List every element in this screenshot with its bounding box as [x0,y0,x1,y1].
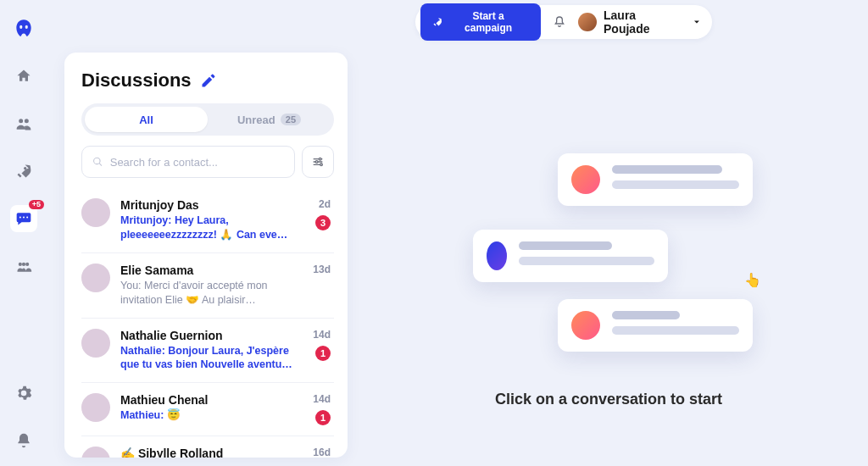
tab-unread[interactable]: Unread 25 [208,107,331,132]
svg-point-1 [315,161,318,164]
message-preview: Mritunjoy: Hey Laura, pleeeeeeezzzzzzzz!… [120,214,305,242]
svg-point-2 [320,164,323,166]
filter-button[interactable] [302,146,334,178]
timestamp: 14d [313,329,331,341]
tab-all-label: All [139,114,153,126]
timestamp: 16d [313,447,331,458]
illus-bubble [558,299,753,352]
contact-name: Mathieu Chenal [120,393,303,407]
message-preview: Nathalie: Bonjour Laura, J'espère que tu… [120,344,303,373]
rocket-icon[interactable] [10,158,37,185]
avatar [81,447,110,458]
notifications-icon[interactable] [10,427,37,454]
tab-all[interactable]: All [85,107,208,132]
contact-name: Elie Samama [120,264,303,277]
timestamp: 13d [313,264,331,275]
conversation-item[interactable]: Nathalie GuernionNathalie: Bonjour Laura… [81,319,334,384]
avatar [81,198,110,227]
conversation-item[interactable]: Mathieu ChenalMathieu: 😇14d1 [81,383,334,436]
logo-icon[interactable] [10,15,37,42]
empty-illustration: 👆 [481,153,736,374]
svg-point-0 [319,158,321,160]
user-menu[interactable]: Laura Poujade [578,8,702,36]
bell-icon[interactable] [551,14,568,31]
compose-icon[interactable] [200,72,217,89]
people-icon[interactable] [10,110,37,137]
search-icon [92,156,103,168]
home-icon[interactable] [10,63,37,90]
conversation-item[interactable]: ✍️ Sibylle Rolland✍️ Sibylle: avec plais… [81,436,334,458]
chevron-down-icon [692,17,702,27]
timestamp: 14d [313,393,331,405]
unread-count: 1 [315,346,331,361]
start-campaign-label: Start a campaign [448,10,529,34]
avatar [81,329,110,358]
avatar [81,393,110,422]
illus-bubble [558,153,753,206]
cursor-icon: 👆 [744,272,761,288]
unread-count: 1 [315,410,331,425]
conversation-list[interactable]: Mritunjoy DasMritunjoy: Hey Laura, pleee… [81,188,334,458]
search-field[interactable] [81,146,295,178]
page-title-text: Discussions [81,69,192,92]
empty-state: 👆 Click on a conversation to start [364,53,853,458]
message-preview: Mathieu: 😇 [120,408,303,423]
start-campaign-button[interactable]: Start a campaign [420,3,541,41]
search-input[interactable] [110,156,284,169]
messages-badge: +5 [29,200,44,209]
illus-bubble [473,230,668,282]
avatar [81,264,110,292]
user-name: Laura Poujade [604,8,685,36]
discussions-panel: Discussions All Unread 25 Mritunjoy DasM… [64,53,348,458]
filter-tabs: All Unread 25 [81,103,334,136]
message-preview: You: Merci d'avoir accepté mon invitatio… [120,279,303,308]
messages-icon[interactable]: +5 [10,205,37,232]
timestamp: 2d [319,198,331,210]
unread-count: 3 [315,215,331,230]
page-title: Discussions [81,69,334,92]
contact-name: ✍️ Sibylle Rolland [120,447,303,458]
avatar [578,13,597,31]
team-icon[interactable] [10,252,37,280]
rocket-icon [432,17,442,27]
settings-icon[interactable] [10,380,37,407]
contact-name: Mritunjoy Das [120,198,305,212]
sliders-icon [311,155,325,169]
contact-name: Nathalie Guernion [120,329,303,342]
empty-state-text: Click on a conversation to start [495,391,722,408]
conversation-item[interactable]: Elie SamamaYou: Merci d'avoir accepté mo… [81,253,334,319]
tab-unread-count: 25 [281,114,301,125]
topbar: Start a campaign Laura Poujade [415,5,712,39]
nav-sidebar: +5 [0,0,47,466]
tab-unread-label: Unread [237,114,275,126]
conversation-item[interactable]: Mritunjoy DasMritunjoy: Hey Laura, pleee… [81,188,334,253]
